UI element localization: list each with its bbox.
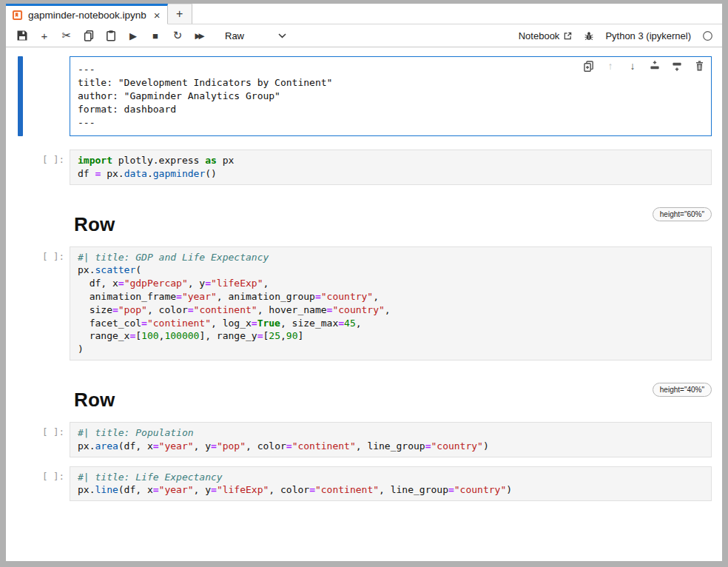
cell-gutter: [ ]: [6, 150, 70, 185]
code-cell-imports: [ ]: import plotly.express as pxdf = px.… [6, 150, 712, 185]
notebook-view-switch[interactable]: Notebook [519, 30, 573, 41]
cell-prompt: [ ]: [42, 251, 64, 262]
tab-title: gapminder-notebook.ipynb [28, 10, 146, 21]
notebook-label: Notebook [519, 30, 560, 41]
cell-prompt: [ ]: [42, 154, 64, 165]
move-down-icon[interactable]: ↓ [626, 59, 639, 73]
markdown-cell-row2: height="40%" Row [6, 381, 712, 422]
cell-prompt: [ ]: [42, 471, 64, 482]
interrupt-icon[interactable]: ■ [146, 27, 164, 44]
copy-icon[interactable] [80, 27, 98, 44]
code-cell-population: [ ]: #| title: Populationpx.area(df, x="… [6, 422, 712, 457]
cell-type-dropdown[interactable]: Raw [225, 30, 286, 41]
cell-gutter [6, 206, 70, 246]
height-badge: height="40%" [653, 383, 712, 397]
cell-toolbar: ↑ ↓ [582, 59, 706, 73]
code-cell-editor[interactable]: #| title: Populationpx.area(df, x="year"… [70, 422, 712, 457]
notebook-toolbar: + ✂ ▶ ■ ↻ ▶▶ Raw [6, 24, 722, 47]
kernel-status-icon[interactable] [702, 30, 713, 41]
tab-bar: gapminder-notebook.ipynb × + [6, 4, 722, 24]
cell-prompt: [ ]: [42, 426, 64, 437]
jupyterlab-window: gapminder-notebook.ipynb × + + ✂ [6, 4, 722, 561]
row-heading: Row [74, 213, 712, 236]
run-icon[interactable]: ▶ [124, 27, 142, 44]
kernel-name[interactable]: Python 3 (ipykernel) [605, 30, 691, 41]
cell-type-value: Raw [225, 30, 244, 41]
bug-icon[interactable] [584, 30, 594, 41]
markdown-cell-row1: height="60%" Row [6, 206, 712, 246]
cell-gutter: [ ]: [6, 422, 70, 457]
notebook-panel: ↑ ↓ [6, 47, 722, 561]
toolbar-right: Notebook Python 3 (ipykernel) [519, 30, 713, 41]
duplicate-cell-icon[interactable] [582, 59, 595, 73]
markdown-rendered[interactable]: height="40%" Row [70, 381, 712, 422]
code-cell-scatter: [ ]: #| title: GDP and Life Expectancypx… [6, 246, 712, 360]
code-cell-source: #| title: Life Expectancypx.line(df, x="… [78, 471, 704, 497]
cut-icon[interactable]: ✂ [58, 27, 75, 44]
external-link-icon [563, 31, 573, 41]
paste-icon[interactable] [102, 27, 120, 44]
raw-cell-source: ---title: "Development Indicators by Con… [78, 63, 704, 130]
code-cell-editor[interactable]: #| title: Life Expectancypx.line(df, x="… [70, 466, 712, 502]
add-cell-icon[interactable]: + [36, 27, 53, 44]
code-cell-editor[interactable]: #| title: GDP and Life Expectancypx.scat… [70, 246, 712, 360]
cell-gutter [6, 56, 70, 136]
trash-icon[interactable] [692, 59, 706, 73]
cell-gutter: [ ]: [6, 466, 70, 502]
restart-icon[interactable]: ↻ [169, 27, 186, 44]
save-icon[interactable] [13, 27, 31, 44]
row-heading: Row [74, 389, 712, 412]
markdown-rendered[interactable]: height="60%" Row [70, 206, 712, 246]
notebook-file-icon [12, 10, 23, 21]
code-cell-editor[interactable]: import plotly.express as pxdf = px.data.… [70, 150, 712, 185]
new-tab-button[interactable]: + [168, 4, 192, 24]
cell-gutter: [ ]: [6, 246, 70, 360]
code-cell-source: #| title: Populationpx.area(df, x="year"… [78, 426, 704, 453]
cell-gutter [6, 381, 70, 422]
raw-cell-editor[interactable]: ↑ ↓ [70, 56, 712, 136]
code-cell-source: #| title: GDP and Life Expectancypx.scat… [78, 251, 704, 356]
insert-below-icon[interactable] [670, 59, 684, 73]
insert-above-icon[interactable] [648, 59, 661, 73]
height-badge: height="60%" [653, 207, 712, 221]
raw-cell-frontmatter: ↑ ↓ [6, 56, 712, 136]
chevron-down-icon [278, 33, 286, 38]
code-cell-source: import plotly.express as pxdf = px.data.… [78, 154, 704, 181]
move-up-icon[interactable]: ↑ [604, 59, 617, 73]
run-all-icon[interactable]: ▶▶ [191, 27, 209, 44]
tab-close-icon[interactable]: × [154, 10, 161, 21]
active-cell-indicator [18, 56, 23, 136]
tab-gapminder-notebook[interactable]: gapminder-notebook.ipynb × [6, 4, 168, 24]
code-cell-life-expectancy: [ ]: #| title: Life Expectancypx.line(df… [6, 466, 712, 502]
